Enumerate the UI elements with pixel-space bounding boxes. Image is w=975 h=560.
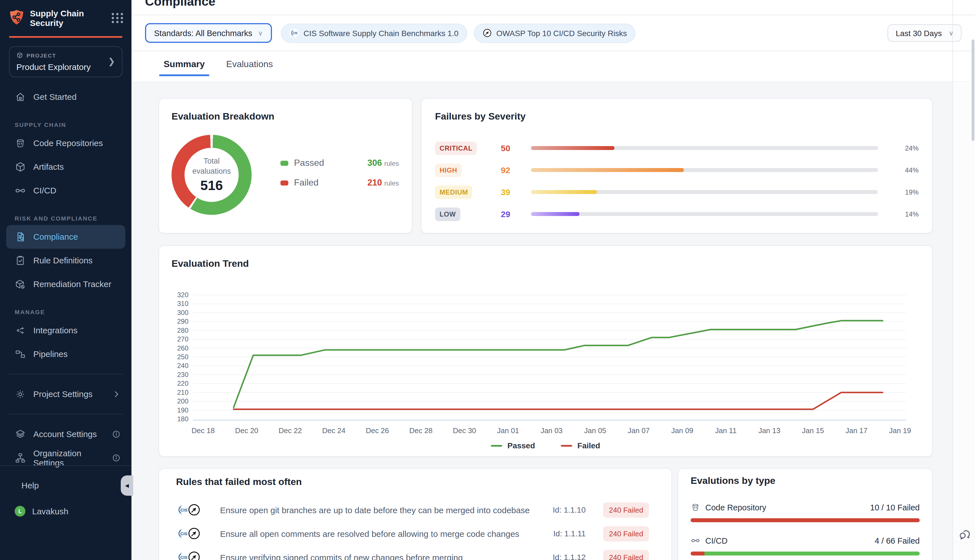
home-icon — [15, 91, 26, 102]
app-grid-icon[interactable] — [111, 12, 124, 25]
filter-bar: Standards: All Benchmarks ∨ CISCIS Softw… — [132, 15, 975, 51]
repo-icon — [691, 502, 700, 512]
svg-text:Jan 03: Jan 03 — [541, 426, 563, 435]
sidebar-collapse-handle[interactable]: ◀ — [121, 475, 133, 496]
project-selector[interactable]: PROJECT Product Exploratory ❯ — [9, 46, 122, 77]
box-wrench-icon — [15, 278, 26, 290]
severity-badge: HIGH — [435, 163, 462, 177]
sidebar-item-label: Code Repositories — [33, 138, 103, 148]
rule-description: Ensure verifying signed commits of new c… — [220, 552, 543, 560]
severity-percent: 19% — [890, 188, 918, 196]
owasp-icon — [187, 503, 201, 517]
svg-text:Jan 15: Jan 15 — [802, 426, 824, 435]
user-menu[interactable]: L Lavakush — [0, 502, 132, 520]
legend-value: 306rules — [367, 158, 399, 168]
legend-item-failed: Failed210rules — [280, 176, 399, 190]
repo-icon — [15, 137, 26, 148]
sidebar-item-project-settings[interactable]: Project Settings — [6, 382, 125, 406]
tab-evaluations[interactable]: Evaluations — [226, 59, 273, 76]
chip-label: CIS Software Supply Chain Benchmarks 1.0 — [304, 28, 458, 38]
svg-text:Jan 13: Jan 13 — [758, 426, 780, 435]
svg-text:Jan 09: Jan 09 — [671, 426, 693, 435]
svg-text:250: 250 — [177, 353, 189, 361]
sidebar-item-account-settings[interactable]: Account Settings — [6, 422, 125, 446]
trend-legend-failed: Failed — [561, 441, 600, 450]
sidebar-item-label: Account Settings — [33, 429, 97, 439]
card-title: Rules that failed most often — [176, 475, 649, 488]
org-icon — [15, 452, 26, 463]
sidebar-item-label: Compliance — [33, 232, 78, 242]
sidebar-item-code-repositories[interactable]: Code Repositories — [6, 131, 125, 155]
help-button[interactable]: ? Help — [0, 476, 132, 494]
page-header: Compliance Standards: All Benchmarks ∨ C… — [132, 0, 975, 81]
chat-bubble-icon[interactable] — [958, 528, 972, 542]
benchmark-chip[interactable]: CISCIS Software Supply Chain Benchmarks … — [281, 23, 467, 43]
sidebar-item-label: Artifacts — [33, 162, 64, 172]
severity-bar-fill — [531, 190, 597, 194]
severity-count: 29 — [493, 209, 519, 219]
tabs: SummaryEvaluations — [132, 51, 975, 81]
svg-text:Jan 11: Jan 11 — [715, 426, 736, 435]
card-title: Evalutions by type — [691, 475, 920, 487]
right-rail-border — [952, 0, 953, 560]
severity-row-low: LOW2914% — [435, 203, 918, 225]
sidebar: Supply Chain Security PROJECT Product Ex… — [0, 0, 132, 560]
standards-dropdown[interactable]: Standards: All Benchmarks ∨ — [145, 23, 272, 43]
sidebar-item-compliance[interactable]: Compliance — [6, 225, 125, 248]
severity-badge: CRITICAL — [435, 141, 477, 155]
sidebar-item-ci-cd[interactable]: CI/CD — [6, 178, 125, 202]
owasp-icon — [187, 550, 201, 560]
date-range-dropdown[interactable]: Last 30 Days ∨ — [888, 24, 962, 42]
rule-description: Ensure open git branches are up to date … — [220, 505, 543, 515]
rule-benchmark-icons: CIS — [176, 503, 210, 517]
severity-count: 50 — [493, 143, 519, 153]
rule-benchmark-icons: CIS — [176, 527, 210, 540]
cis-icon: CIS — [289, 28, 299, 38]
severity-bar-track — [531, 146, 878, 150]
evaluations-by-type-card: Evalutions by type Code Repository10 / 1… — [678, 468, 933, 560]
severity-row-high: HIGH9244% — [435, 159, 918, 181]
svg-text:CIS: CIS — [180, 555, 187, 560]
svg-text:Dec 30: Dec 30 — [453, 426, 476, 435]
sidebar-item-rule-definitions[interactable]: Rule Definitions — [6, 248, 125, 272]
rule-benchmark-icons: CIS — [176, 550, 210, 560]
project-box-icon — [17, 52, 23, 60]
severity-badge: LOW — [435, 207, 461, 221]
sidebar-item-artifacts[interactable]: Artifacts — [6, 155, 125, 178]
donut-center-label: Total evaluations — [186, 157, 237, 176]
sidebar-item-get-started[interactable]: Get Started — [6, 85, 125, 108]
donut-total-value: 516 — [200, 177, 223, 193]
date-range-value: Last 30 Days — [896, 28, 942, 38]
tab-summary[interactable]: Summary — [164, 59, 205, 76]
legend-label: Passed — [507, 441, 535, 450]
legend-value: 210rules — [367, 178, 399, 188]
severity-count: 92 — [493, 165, 519, 175]
sidebar-footer: ? Help L Lavakush — [0, 465, 132, 560]
right-rail — [953, 82, 975, 560]
benchmark-chip[interactable]: OWASP Top 10 CI/CD Security Risks — [474, 23, 635, 43]
sidebar-item-pipelines[interactable]: Pipelines — [6, 342, 125, 366]
layers-icon — [15, 428, 26, 440]
sidebar-item-remediation-tracker[interactable]: Remediation Tracker — [6, 272, 125, 296]
scrollbar-thumb[interactable] — [972, 40, 975, 141]
main-area: Compliance Standards: All Benchmarks ∨ C… — [132, 0, 975, 560]
box-icon — [15, 161, 26, 172]
sidebar-item-label: CI/CD — [33, 185, 57, 195]
avatar: L — [15, 506, 25, 516]
severity-row-critical: CRITICAL5024% — [435, 137, 918, 159]
sidebar-section-label: MANAGE — [15, 308, 122, 315]
rule-row[interactable]: CISEnsure all open comments are resolved… — [176, 522, 649, 545]
sidebar-section-label: SUPPLY CHAIN — [15, 121, 122, 128]
severity-percent: 44% — [890, 166, 918, 174]
rule-row[interactable]: CISEnsure verifying signed commits of ne… — [176, 545, 649, 560]
clipboard-icon — [15, 255, 26, 266]
sidebar-item-integrations[interactable]: Integrations — [6, 318, 125, 342]
svg-text:Dec 28: Dec 28 — [409, 426, 432, 435]
rule-row[interactable]: CISEnsure open git branches are up to da… — [176, 498, 649, 522]
evaluation-trend-card: Evaluation Trend 18019020021022023024025… — [159, 245, 933, 457]
svg-text:210: 210 — [177, 388, 189, 396]
svg-text:Jan 17: Jan 17 — [845, 426, 868, 435]
shield-logo-icon — [9, 9, 24, 28]
chevron-down-icon: ∨ — [258, 29, 263, 37]
sidebar-item-label: Integrations — [33, 325, 78, 335]
